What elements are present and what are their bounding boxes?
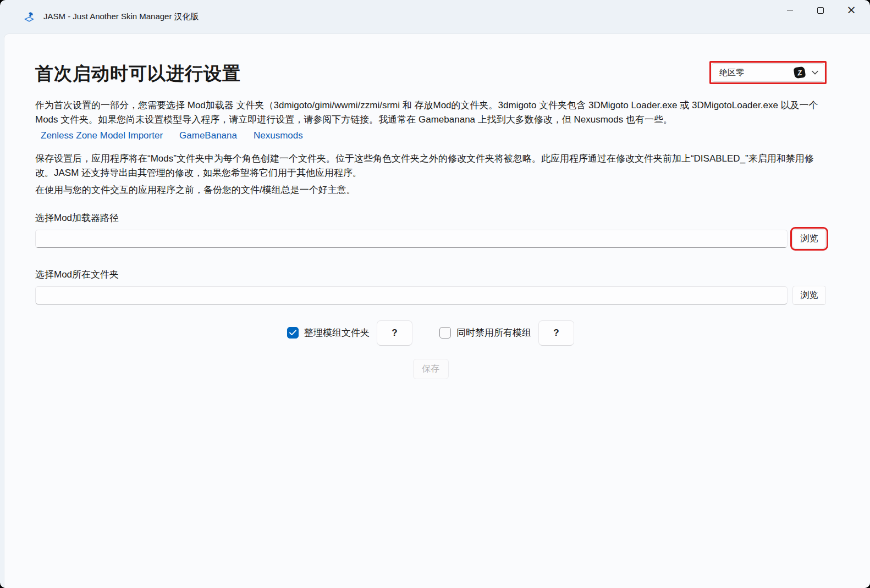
intro-paragraph-2: 保存设置后，应用程序将在“Mods”文件夹中为每个角色创建一个文件夹。位于这些角… xyxy=(35,152,826,180)
close-button[interactable]: × xyxy=(836,0,867,20)
options-row: 整理模组文件夹 ? 同时禁用所有模组 ? xyxy=(35,320,826,346)
caption-buttons: × xyxy=(774,0,867,20)
game-selector-value: 绝区零 xyxy=(719,68,794,78)
maximize-button[interactable] xyxy=(805,0,836,20)
disable-all-mods-option: 同时禁用所有模组 ? xyxy=(439,320,574,346)
intro-paragraph-3: 在使用与您的文件交互的应用程序之前，备份您的文件/模组总是一个好主意。 xyxy=(35,183,826,197)
organize-mods-label: 整理模组文件夹 xyxy=(304,326,370,339)
minimize-button[interactable] xyxy=(774,0,805,20)
loader-path-browse-button[interactable]: 浏览 xyxy=(792,229,826,248)
titlebar: JASM - Just Another Skin Manager 汉化版 × xyxy=(0,0,870,34)
mods-folder-browse-button[interactable]: 浏览 xyxy=(792,286,826,305)
check-icon xyxy=(289,330,296,336)
game-selector-highlight: 绝区零 Z xyxy=(709,61,827,84)
page-title: 首次启动时可以进行设置 xyxy=(35,62,826,86)
minimize-icon xyxy=(787,10,793,10)
link-nexusmods[interactable]: Nexusmods xyxy=(254,130,303,141)
mods-folder-input[interactable] xyxy=(35,286,788,304)
organize-mods-option: 整理模组文件夹 ? xyxy=(287,320,412,346)
maximize-icon xyxy=(817,7,824,14)
organize-mods-checkbox[interactable] xyxy=(287,327,299,339)
link-gamebanana[interactable]: GameBanana xyxy=(179,130,237,141)
intro-paragraph-1: 作为首次设置的一部分，您需要选择 Mod加载器 文件夹（3dmigoto/gim… xyxy=(35,98,826,126)
disable-all-mods-help-button[interactable]: ? xyxy=(538,320,574,346)
loader-path-input[interactable] xyxy=(35,230,788,248)
chevron-down-icon xyxy=(812,70,818,75)
disable-all-mods-label: 同时禁用所有模组 xyxy=(456,326,531,339)
window-title: JASM - Just Another Skin Manager 汉化版 xyxy=(43,12,199,22)
save-button[interactable]: 保存 xyxy=(413,359,449,379)
jasm-logo-icon xyxy=(23,11,35,23)
links-row: Zenless Zone Model Importer GameBanana N… xyxy=(35,130,826,141)
loader-path-label: 选择Mod加载器路径 xyxy=(35,212,826,224)
mods-folder-label: 选择Mod所在文件夹 xyxy=(35,268,826,281)
link-zenless-zone-model-importer[interactable]: Zenless Zone Model Importer xyxy=(41,130,163,141)
organize-mods-help-button[interactable]: ? xyxy=(377,320,412,346)
content-panel: 绝区零 Z 首次启动时可以进行设置 作为首次设置的一部分，您需要选择 Mod加载… xyxy=(4,34,870,588)
close-icon: × xyxy=(846,4,856,16)
save-row: 保存 xyxy=(35,359,826,379)
disable-all-mods-checkbox[interactable] xyxy=(439,327,451,339)
loader-path-row: 浏览 xyxy=(35,229,826,248)
zzz-badge-icon: Z xyxy=(794,66,806,79)
game-selector-dropdown[interactable]: 绝区零 Z xyxy=(712,63,824,82)
app-window: JASM - Just Another Skin Manager 汉化版 × 绝… xyxy=(0,0,870,588)
mods-folder-row: 浏览 xyxy=(35,286,826,305)
